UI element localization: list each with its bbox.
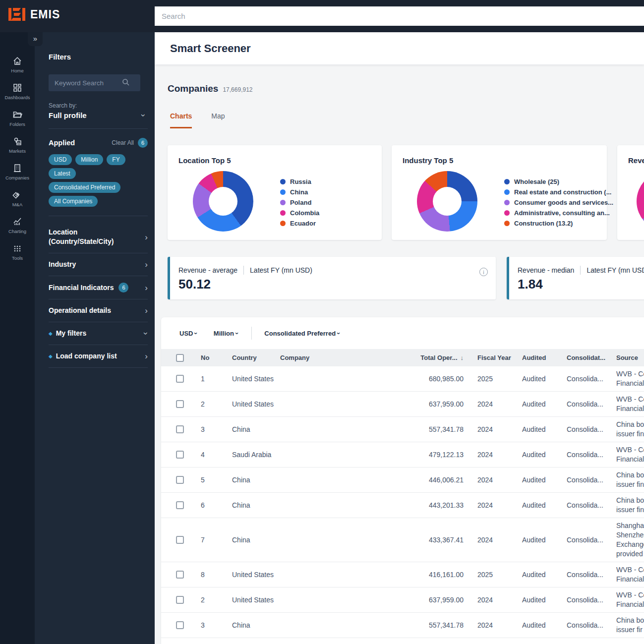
main-content: Companies 17,669,912 Charts Map Location…: [155, 64, 644, 644]
cell-fiscal-year-link[interactable]: 2024: [477, 476, 522, 484]
cell-fiscal-year-link[interactable]: 2024: [477, 501, 522, 509]
col-header-total-operating[interactable]: Total Oper...↓: [357, 354, 464, 361]
col-header-source[interactable]: Source: [616, 354, 644, 361]
filter-section-operational-details[interactable]: Operational details ›: [49, 299, 148, 322]
filter-section-my-filters[interactable]: ◆ My filters ›: [49, 322, 148, 345]
cell-consolidated: Consolida...: [567, 621, 616, 629]
cell-fiscal-year-link[interactable]: 2024: [477, 596, 522, 604]
search-by-select[interactable]: Full profile ›: [49, 111, 145, 119]
sort-desc-icon[interactable]: ↓: [461, 354, 464, 361]
row-checkbox[interactable]: [176, 425, 184, 433]
global-search-input[interactable]: [155, 6, 644, 26]
section-label: Industry: [49, 260, 76, 269]
row-checkbox[interactable]: [176, 536, 184, 544]
filter-section-location[interactable]: Location (Country/State/City) ›: [49, 221, 148, 253]
info-icon[interactable]: i: [479, 268, 488, 276]
legend-item[interactable]: Ecuador: [280, 220, 319, 227]
filter-section-financial-indicators[interactable]: Financial Indicators 6 ›: [49, 276, 148, 299]
col-header-no[interactable]: No: [201, 354, 232, 361]
table-row: 3 China 557,341.78 2024 Audited Consolid…: [161, 613, 644, 638]
filter-chip-all-companies[interactable]: All Companies: [49, 196, 98, 207]
cell-audited: Audited: [522, 425, 567, 433]
row-checkbox[interactable]: [176, 571, 184, 579]
filter-section-load-company-list[interactable]: ◆ Load company list ›: [49, 345, 148, 368]
cell-source: WVB - Company Financial: [616, 590, 644, 609]
legend-item[interactable]: Construction (13.2): [504, 220, 613, 227]
col-header-fiscal-year[interactable]: Fiscal Year: [477, 354, 522, 361]
row-checkbox[interactable]: [176, 451, 184, 459]
sidebar-item-charting[interactable]: Charting: [0, 212, 35, 238]
location-donut-chart: [193, 171, 253, 232]
cell-fiscal-year-link[interactable]: 2024: [477, 536, 522, 544]
sidebar-item-home[interactable]: Home: [0, 51, 35, 78]
statement-type-dropdown[interactable]: Consolidated Preferred›: [264, 330, 340, 337]
row-checkbox[interactable]: [176, 501, 184, 509]
sidebar-item-dashboards[interactable]: Dashboards: [0, 78, 35, 105]
clear-all-button[interactable]: Clear All: [112, 139, 134, 146]
col-header-consolidated[interactable]: Consolidat...: [567, 354, 616, 361]
cell-no: 5: [201, 476, 232, 484]
legend-item[interactable]: Consumer goods and services...: [504, 199, 613, 206]
chevron-right-icon: ›: [145, 284, 148, 292]
sidebar-item-tools[interactable]: Tools: [0, 238, 35, 265]
divider: [49, 216, 148, 216]
legend-item[interactable]: Real estate and construction (...: [504, 188, 613, 196]
filter-chip-fy[interactable]: FY: [107, 154, 125, 165]
filter-chip-million[interactable]: Million: [75, 154, 103, 165]
cell-fiscal-year-link[interactable]: 2025: [477, 571, 522, 579]
revenue-top5-card: Rever: [617, 145, 644, 240]
row-checkbox[interactable]: [176, 400, 184, 408]
filter-chip-consolidated-preferred[interactable]: Consolidated Preferred: [49, 182, 120, 193]
tab-charts[interactable]: Charts: [170, 112, 192, 128]
cell-audited: Audited: [522, 476, 567, 484]
cell-audited: Audited: [522, 375, 567, 383]
unit-dropdown[interactable]: Million›: [214, 330, 238, 337]
cell-audited: Audited: [522, 571, 567, 579]
cell-fiscal-year-link[interactable]: 2025: [477, 375, 522, 383]
currency-dropdown[interactable]: USD›: [179, 330, 197, 337]
table-row: 1 United States 680,985.00 2025 Audited …: [161, 366, 644, 392]
cell-no: 2: [201, 400, 232, 408]
industry-top5-card: Industry Top 5 Wholesale (25) Real estat…: [392, 145, 607, 240]
legend-item[interactable]: Russia: [280, 178, 319, 185]
brand-name: EMIS: [30, 8, 60, 21]
sidebar-item-ma[interactable]: M&A: [0, 185, 35, 212]
row-checkbox[interactable]: [176, 375, 184, 383]
filter-chip-latest[interactable]: Latest: [49, 168, 76, 179]
row-checkbox[interactable]: [176, 596, 184, 604]
cell-no: 3: [201, 621, 232, 629]
sidebar-item-companies[interactable]: Companies: [0, 158, 35, 185]
legend-item[interactable]: Wholesale (25): [504, 178, 613, 185]
tab-map[interactable]: Map: [211, 112, 225, 128]
row-checkbox[interactable]: [176, 476, 184, 484]
select-all-checkbox[interactable]: [176, 354, 184, 362]
col-header-company[interactable]: Company: [280, 354, 357, 361]
cell-fiscal-year-link[interactable]: 2024: [477, 400, 522, 408]
cell-total-operating: 637,959.00: [357, 400, 464, 408]
search-icon[interactable]: [122, 78, 130, 88]
filter-chip-usd[interactable]: USD: [49, 154, 72, 165]
legend-item[interactable]: Colombia: [280, 209, 319, 217]
legend-dot: [504, 179, 510, 184]
cell-fiscal-year-link[interactable]: 2024: [477, 425, 522, 433]
sidebar-item-markets[interactable]: Markets: [0, 131, 35, 158]
col-header-country[interactable]: Country: [232, 354, 280, 361]
cell-consolidated: Consolida...: [567, 425, 616, 433]
section-label: My filters: [56, 329, 86, 338]
legend-item[interactable]: Poland: [280, 199, 319, 206]
section-label: Financial Indicators: [49, 283, 114, 293]
legend-item[interactable]: Administrative, consulting an...: [504, 209, 613, 217]
emis-logo[interactable]: EMIS: [8, 7, 60, 21]
cell-source: China bond issuer financials: [616, 470, 644, 489]
cell-fiscal-year-link[interactable]: 2024: [477, 451, 522, 459]
chart-title: Rever: [628, 156, 644, 165]
col-header-audited[interactable]: Audited: [522, 354, 567, 361]
cell-fiscal-year-link[interactable]: 2024: [477, 621, 522, 629]
home-icon: [12, 56, 22, 66]
sidebar-item-folders[interactable]: Folders: [0, 105, 35, 131]
legend-item[interactable]: China: [280, 188, 319, 196]
row-checkbox[interactable]: [176, 621, 184, 629]
filter-section-industry[interactable]: Industry ›: [49, 253, 148, 276]
collapse-panel-icon[interactable]: »: [28, 32, 43, 46]
legend-dot: [280, 179, 286, 184]
